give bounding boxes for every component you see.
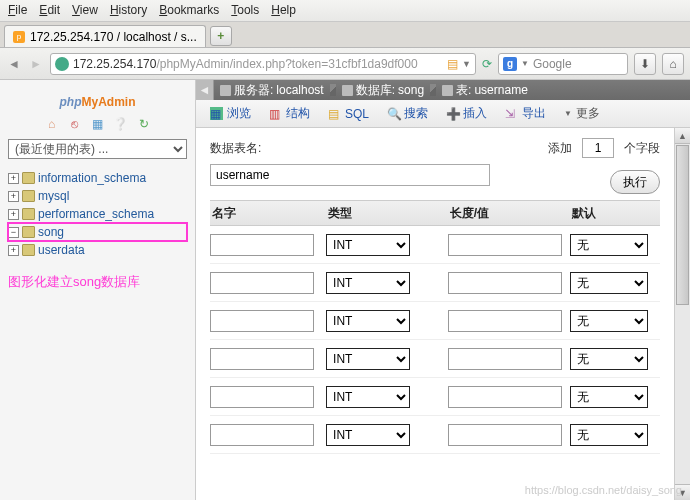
col-length-input[interactable] <box>448 272 562 294</box>
search-box[interactable]: g ▼ Google <box>498 53 628 75</box>
col-name-input[interactable] <box>210 310 314 332</box>
logout-icon[interactable]: ⎋ <box>68 117 82 131</box>
scroll-thumb[interactable] <box>676 145 689 305</box>
tab-export[interactable]: ⇲导出 <box>497 101 554 126</box>
main-panel: ◄ 服务器: localhost 数据库: song 表: username ▦… <box>196 80 690 500</box>
expand-icon[interactable]: + <box>8 209 19 220</box>
database-tree: +information_schema +mysql +performance_… <box>8 169 187 259</box>
col-length-input[interactable] <box>448 310 562 332</box>
help-icon[interactable]: ❔ <box>114 117 128 131</box>
col-type-select[interactable]: INT <box>326 348 410 370</box>
col-name-input[interactable] <box>210 424 314 446</box>
menu-bookmarks[interactable]: Bookmarks <box>159 3 219 18</box>
dropdown-icon[interactable]: ▼ <box>521 59 529 68</box>
tab-sql[interactable]: ▤SQL <box>320 103 377 125</box>
search-icon: 🔍 <box>387 107 400 120</box>
tab-more[interactable]: ▼更多 <box>556 101 608 126</box>
menu-file[interactable]: FFileile <box>8 3 27 18</box>
chevron-right-icon <box>430 84 436 96</box>
execute-button[interactable]: 执行 <box>610 170 660 194</box>
bc-database[interactable]: 数据库: song <box>342 82 424 99</box>
favicon-icon: p <box>13 31 25 43</box>
tab-insert[interactable]: ➕插入 <box>438 101 495 126</box>
col-name-input[interactable] <box>210 234 314 256</box>
structure-icon: ▥ <box>269 107 282 120</box>
menu-view[interactable]: View <box>72 3 98 18</box>
col-default-select[interactable]: 无 <box>570 386 648 408</box>
phpmyadmin-logo: phpMyAdmin <box>8 88 187 111</box>
panel-collapse-handle[interactable]: ◄ <box>196 80 214 100</box>
col-type-select[interactable]: INT <box>326 234 410 256</box>
db-label: information_schema <box>38 171 146 185</box>
col-name-input[interactable] <box>210 272 314 294</box>
globe-icon <box>55 57 69 71</box>
add-count-input[interactable] <box>582 138 614 158</box>
db-item-userdata[interactable]: +userdata <box>8 241 187 259</box>
server-icon <box>220 85 231 96</box>
sql-icon: ▤ <box>328 107 341 120</box>
col-length-input[interactable] <box>448 386 562 408</box>
col-name-input[interactable] <box>210 348 314 370</box>
expand-icon[interactable]: + <box>8 245 19 256</box>
db-label: performance_schema <box>38 207 154 221</box>
col-length-input[interactable] <box>448 424 562 446</box>
db-item-song[interactable]: −song <box>8 223 187 241</box>
menu-edit[interactable]: Edit <box>39 3 60 18</box>
db-item-mysql[interactable]: +mysql <box>8 187 187 205</box>
reload-icon[interactable]: ↻ <box>137 117 151 131</box>
recent-tables-select[interactable]: (最近使用的表) ... <box>8 139 187 159</box>
col-name-input[interactable] <box>210 386 314 408</box>
table-name-label: 数据表名: <box>210 140 261 157</box>
sidebar-mini-toolbar: ⌂ ⎋ ▦ ❔ ↻ <box>8 117 187 131</box>
query-icon[interactable]: ▦ <box>91 117 105 131</box>
main-tabs: ▦浏览 ▥结构 ▤SQL 🔍搜索 ➕插入 ⇲导出 ▼更多 <box>196 100 690 128</box>
bc-server[interactable]: 服务器: localhost <box>220 82 324 99</box>
collapse-icon[interactable]: − <box>8 227 19 238</box>
col-length-input[interactable] <box>448 348 562 370</box>
column-row: INT无 <box>210 416 660 454</box>
col-default-select[interactable]: 无 <box>570 424 648 446</box>
dropdown-icon[interactable]: ▼ <box>462 59 471 69</box>
reload-icon[interactable]: ⟳ <box>482 57 492 71</box>
tab-structure[interactable]: ▥结构 <box>261 101 318 126</box>
home-button[interactable]: ⌂ <box>662 53 684 75</box>
scroll-down-icon[interactable]: ▼ <box>675 484 690 500</box>
db-label: userdata <box>38 243 85 257</box>
download-button[interactable]: ⬇ <box>634 53 656 75</box>
col-type-select[interactable]: INT <box>326 272 410 294</box>
table-name-input[interactable] <box>210 164 490 186</box>
home-icon[interactable]: ⌂ <box>45 117 59 131</box>
col-default-select[interactable]: 无 <box>570 272 648 294</box>
nav-back-icon[interactable]: ◄ <box>6 56 22 72</box>
browser-tab-active[interactable]: p 172.25.254.170 / localhost / s... <box>4 25 206 47</box>
bc-table[interactable]: 表: username <box>442 82 528 99</box>
col-default-select[interactable]: 无 <box>570 234 648 256</box>
database-icon <box>22 190 35 202</box>
col-length-input[interactable] <box>448 234 562 256</box>
chevron-right-icon <box>330 84 336 96</box>
tab-title: 172.25.254.170 / localhost / s... <box>30 30 197 44</box>
database-icon <box>22 244 35 256</box>
col-default-select[interactable]: 无 <box>570 310 648 332</box>
col-default-select[interactable]: 无 <box>570 348 648 370</box>
address-bar[interactable]: 172.25.254.170/phpMyAdmin/index.php?toke… <box>50 53 476 75</box>
col-type-select[interactable]: INT <box>326 424 410 446</box>
menu-help[interactable]: Help <box>271 3 296 18</box>
db-item-performance_schema[interactable]: +performance_schema <box>8 205 187 223</box>
scroll-up-icon[interactable]: ▲ <box>675 128 690 144</box>
vertical-scrollbar[interactable]: ▲ ▼ <box>674 128 690 500</box>
tab-search[interactable]: 🔍搜索 <box>379 101 436 126</box>
tab-browse[interactable]: ▦浏览 <box>202 101 259 126</box>
expand-icon[interactable]: + <box>8 173 19 184</box>
menu-history[interactable]: History <box>110 3 147 18</box>
expand-icon[interactable]: + <box>8 191 19 202</box>
insert-icon: ➕ <box>446 107 459 120</box>
menu-tools[interactable]: Tools <box>231 3 259 18</box>
rss-icon[interactable]: ▤ <box>447 57 458 71</box>
col-type-select[interactable]: INT <box>326 310 410 332</box>
db-item-information_schema[interactable]: +information_schema <box>8 169 187 187</box>
th-type: 类型 <box>326 205 448 222</box>
col-type-select[interactable]: INT <box>326 386 410 408</box>
columns-header: 名字 类型 长度/值 默认 <box>210 200 660 226</box>
new-tab-button[interactable]: + <box>210 26 232 46</box>
